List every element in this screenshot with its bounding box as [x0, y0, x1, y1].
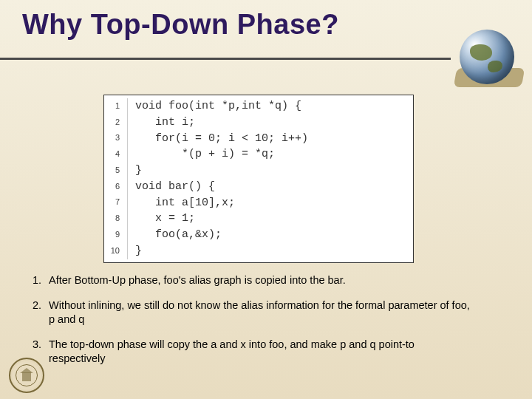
code-line: 10} [104, 243, 413, 259]
code-line: 7 int a[10],x; [104, 195, 413, 211]
code-text: } [128, 243, 142, 259]
title-underline [0, 58, 451, 60]
line-number: 3 [104, 131, 128, 147]
code-line: 9 foo(a,&x); [104, 227, 413, 243]
page-title: Why Top-Down Phase? [22, 9, 532, 41]
code-text: x = 1; [128, 211, 195, 227]
code-text: void bar() { [128, 179, 215, 195]
code-text: int i; [128, 115, 195, 131]
code-text: foo(a,&x); [128, 227, 222, 243]
globe-icon [460, 30, 519, 89]
bullet-item: Without inlining, we still do not know t… [44, 299, 473, 327]
code-line: 6void bar() { [104, 179, 413, 195]
code-listing: 1void foo(int *p,int *q) { 2 int i; 3 fo… [103, 95, 414, 263]
line-number: 9 [104, 227, 128, 243]
code-text: *(p + i) = *q; [128, 146, 275, 163]
line-number: 8 [104, 211, 128, 227]
code-line: 2 int i; [104, 115, 413, 131]
code-line: 4 *(p + i) = *q; [104, 146, 413, 163]
bullet-list: After Bottom-Up phase, foo's alias graph… [44, 273, 473, 377]
university-seal-icon [9, 358, 44, 393]
line-number: 7 [104, 195, 128, 211]
code-line: 1void foo(int *p,int *q) { [104, 98, 413, 115]
code-text: for(i = 0; i < 10; i++) [128, 131, 308, 147]
line-number: 1 [104, 98, 128, 115]
bullet-item: After Bottom-Up phase, foo's alias graph… [44, 273, 473, 288]
code-text: void foo(int *p,int *q) { [128, 98, 301, 115]
line-number: 6 [104, 179, 128, 195]
line-number: 4 [104, 146, 128, 163]
line-number: 5 [104, 163, 128, 179]
code-line: 3 for(i = 0; i < 10; i++) [104, 131, 413, 147]
line-number: 2 [104, 115, 128, 131]
code-text: } [128, 163, 142, 179]
code-text: int a[10],x; [128, 195, 235, 211]
code-line: 5} [104, 163, 413, 179]
bullet-item: The top-down phase will copy the a and x… [44, 338, 473, 366]
code-line: 8 x = 1; [104, 211, 413, 227]
line-number: 10 [104, 243, 128, 259]
